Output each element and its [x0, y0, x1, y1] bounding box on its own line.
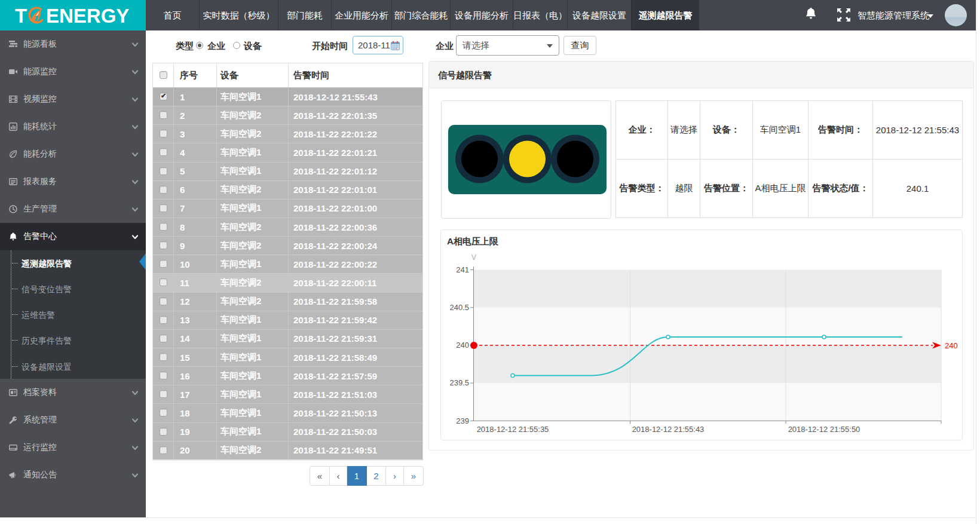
svg-text:239: 239	[456, 416, 469, 425]
svg-text:T: T	[15, 5, 27, 27]
svg-text:V: V	[471, 253, 476, 262]
svg-text:239.5: 239.5	[449, 378, 469, 387]
svg-text:240: 240	[456, 341, 469, 350]
svg-text:240: 240	[945, 341, 958, 350]
svg-text:2018-12-12 21:55:50: 2018-12-12 21:55:50	[788, 425, 860, 434]
svg-text:2018-12-12 21:55:43: 2018-12-12 21:55:43	[632, 425, 705, 434]
svg-text:240.5: 240.5	[449, 303, 469, 312]
svg-text:241: 241	[456, 265, 469, 274]
svg-text:2018-12-12 21:55:35: 2018-12-12 21:55:35	[477, 425, 549, 434]
svg-text:ENERGY: ENERGY	[46, 5, 129, 27]
